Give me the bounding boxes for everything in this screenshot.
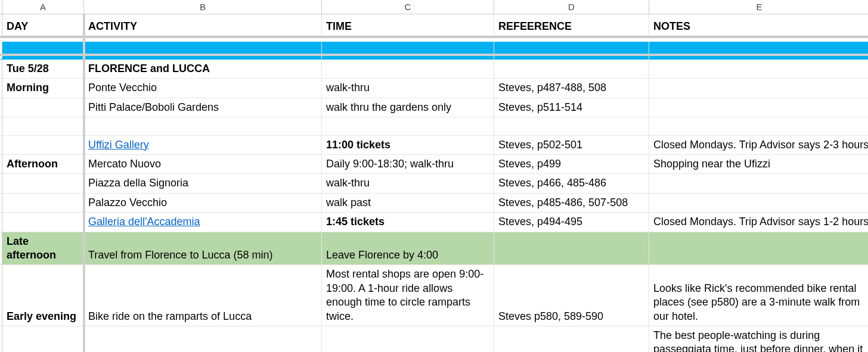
column-header-D[interactable]: D <box>494 0 649 14</box>
table-row: Tue 5/28 FLORENCE and LUCCA <box>0 60 868 79</box>
cell-time[interactable]: Daily 9:00-18:30; walk-thru <box>322 155 494 174</box>
cell-activity[interactable]: Galleria dell'Accademia <box>84 213 322 232</box>
cell-activity[interactable]: Travel from Florence to Lucca (58 min) <box>84 232 322 266</box>
column-header-A[interactable]: A <box>2 0 84 14</box>
cell-notes[interactable]: The best people-watching is during passe… <box>649 326 868 352</box>
header-notes[interactable]: NOTES <box>649 14 868 36</box>
cell-time[interactable] <box>322 117 494 136</box>
cell-activity[interactable]: Self-guided Lucca Walk <box>84 326 322 352</box>
cell-activity[interactable]: FLORENCE and LUCCA <box>84 60 322 79</box>
cell-time[interactable]: 1:45 tickets <box>322 213 494 232</box>
cell-activity[interactable]: Palazzo Vecchio <box>84 194 322 213</box>
cell-day[interactable]: Early evening <box>2 265 84 326</box>
cell-reference[interactable]: Steves, p494-495 <box>494 213 649 232</box>
cell-time[interactable]: 1-hour-long <box>322 326 494 352</box>
cell-reference[interactable] <box>494 117 649 136</box>
cell-time[interactable]: Most rental shops are open 9:00-19:00. A… <box>322 265 494 326</box>
column-header-B[interactable]: B <box>84 0 322 14</box>
cell-day[interactable]: Morning <box>2 79 84 98</box>
table-row: Galleria dell'Accademia 1:45 tickets Ste… <box>0 213 868 232</box>
grid-body: DAY ACTIVITY TIME REFEERENCE NOTES Tue 5… <box>0 14 868 352</box>
cell[interactable] <box>322 42 494 60</box>
cell-notes[interactable]: Shopping near the Ufizzi <box>649 155 868 174</box>
header-row: DAY ACTIVITY TIME REFEERENCE NOTES <box>0 14 868 38</box>
cell-day[interactable] <box>2 174 84 193</box>
cell-notes[interactable] <box>649 98 868 117</box>
table-row <box>0 117 868 136</box>
cell-activity[interactable] <box>84 117 322 136</box>
cell-time[interactable] <box>322 60 494 79</box>
cell-day[interactable] <box>2 136 84 155</box>
header-reference[interactable]: REFEERENCE <box>494 14 649 36</box>
freeze-row-divider <box>0 54 868 56</box>
cell-day[interactable] <box>2 326 84 352</box>
cell-activity[interactable]: Piazza della Signoria <box>84 174 322 193</box>
table-row: Pitti Palace/Boboli Gardens walk thru th… <box>0 98 868 117</box>
cell-time[interactable]: walk past <box>322 194 494 213</box>
cell-activity[interactable]: Ponte Vecchio <box>84 79 322 98</box>
cell-day[interactable] <box>2 213 84 232</box>
cell[interactable] <box>84 42 322 60</box>
cell-reference[interactable]: Steves, p487-488, 508 <box>494 79 649 98</box>
cell-notes[interactable] <box>649 194 868 213</box>
cell-reference[interactable]: Steves, p502-501 <box>494 136 649 155</box>
cell-reference[interactable]: Steves, p485-486, 507-508 <box>494 194 649 213</box>
cell-reference[interactable]: Steves, p499 <box>494 155 649 174</box>
accademia-link[interactable]: Galleria dell'Accademia <box>88 215 200 229</box>
freeze-column-divider <box>83 14 85 352</box>
table-row: Piazza della Signoria walk-thru Steves, … <box>0 174 868 193</box>
cell-notes[interactable]: Closed Mondays. Trip Advisor says 2-3 ho… <box>649 136 868 155</box>
cell[interactable] <box>494 42 649 60</box>
cell[interactable] <box>649 42 868 60</box>
cell-activity[interactable]: Pitti Palace/Boboli Gardens <box>84 98 322 117</box>
table-row: Self-guided Lucca Walk 1-hour-long Steve… <box>0 326 868 352</box>
cell-notes[interactable] <box>649 79 868 98</box>
cell-time[interactable]: walk thru the gardens only <box>322 98 494 117</box>
cell[interactable] <box>2 42 84 60</box>
cell-notes[interactable] <box>649 232 868 266</box>
cell-day[interactable] <box>2 98 84 117</box>
column-header-C[interactable]: C <box>322 0 494 14</box>
cell-reference[interactable]: Steves p580, 589-590 <box>494 265 649 326</box>
cell-day[interactable]: Afternoon <box>2 155 84 174</box>
cell-day[interactable] <box>2 194 84 213</box>
cell-notes[interactable] <box>649 60 868 79</box>
header-day[interactable]: DAY <box>2 14 84 36</box>
cell-notes[interactable] <box>649 117 868 136</box>
cell-notes[interactable]: Closed Mondays. Trip Advisor says 1-2 ho… <box>649 213 868 232</box>
column-header-E[interactable]: E <box>649 0 868 14</box>
header-activity[interactable]: ACTIVITY <box>84 14 322 36</box>
table-row: Early evening Bike ride on the ramparts … <box>0 265 868 326</box>
cell-time[interactable]: walk-thru <box>322 174 494 193</box>
cell-day[interactable]: Late afternoon <box>2 232 84 266</box>
cell-notes[interactable]: Looks like Rick's recommended bike renta… <box>649 265 868 326</box>
spreadsheet: A B C D E DAY ACTIVITY TIME REFEERENCE N… <box>0 0 868 352</box>
cell-time[interactable]: 11:00 tickets <box>322 136 494 155</box>
uffizi-link[interactable]: Uffizi Gallery <box>88 138 149 152</box>
table-row: Palazzo Vecchio walk past Steves, p485-4… <box>0 194 868 213</box>
cell-day[interactable]: Tue 5/28 <box>2 60 84 79</box>
section-divider-row <box>0 42 868 60</box>
cell-reference[interactable]: Steves, p466, 485-486 <box>494 174 649 193</box>
table-row: Afternoon Mercato Nuovo Daily 9:00-18:30… <box>0 155 868 174</box>
cell-reference[interactable]: Steves, p511-514 <box>494 98 649 117</box>
cell-time[interactable]: walk-thru <box>322 79 494 98</box>
cell-reference[interactable] <box>494 232 649 266</box>
table-row: Uffizi Gallery 11:00 tickets Steves, p50… <box>0 136 868 155</box>
cell-reference[interactable]: Steves p581-589 <box>494 326 649 352</box>
cell-day[interactable] <box>2 117 84 136</box>
cell-activity[interactable]: Bike ride on the ramparts of Lucca <box>84 265 322 326</box>
header-time[interactable]: TIME <box>322 14 494 36</box>
cell-reference[interactable] <box>494 60 649 79</box>
table-row: Morning Ponte Vecchio walk-thru Steves, … <box>0 79 868 98</box>
table-row-travel: Late afternoon Travel from Florence to L… <box>0 232 868 266</box>
cell-notes[interactable] <box>649 174 868 193</box>
cell-activity[interactable]: Mercato Nuovo <box>84 155 322 174</box>
column-header-row: A B C D E <box>0 0 868 14</box>
cell-time[interactable]: Leave Florence by 4:00 <box>322 232 494 266</box>
cell-activity[interactable]: Uffizi Gallery <box>84 136 322 155</box>
